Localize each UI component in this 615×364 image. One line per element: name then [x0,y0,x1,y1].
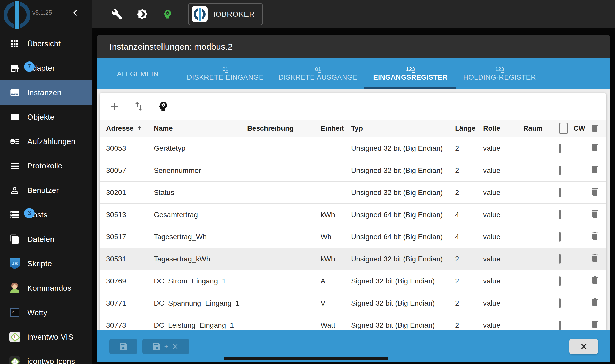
close-dialog-button[interactable] [569,339,598,354]
brightness-icon[interactable] [136,8,148,20]
cell-typ: Signed 32 bit (Big Endian) [351,321,455,330]
column-header-rolle: Rolle [483,125,523,132]
column-header-laenge: Länge [455,125,483,132]
sidebar-item-instanzen[interactable]: Instanzen [0,80,92,105]
registers-card: Adresse Name Beschreibung Einheit Typ Lä… [100,93,606,330]
cell-einheit: kWh [321,255,351,263]
column-header-delete [590,123,606,134]
instances-icon [9,87,20,98]
row-checkbox[interactable] [559,188,561,197]
table-row[interactable]: 30769 DC_Strom_Eingang_1 A Signed 32 bit… [100,270,606,292]
save-and-close-button[interactable]: + [142,339,189,354]
cell-name: Tagesertrag_kWh [154,255,247,263]
delete-all-icon[interactable] [590,123,600,134]
tab-label: ALLGEMEIN [117,70,159,78]
delete-row-icon[interactable] [590,168,600,176]
sidebar-item-wetty[interactable]: >_ Wetty [0,300,92,325]
cell-laenge: 2 [455,321,483,330]
sidebar-item-objekte[interactable]: Objekte [0,105,92,129]
table-row[interactable]: 30201 Status Unsigned 32 bit (Big Endian… [100,182,606,204]
expert-mode-icon[interactable] [161,8,174,20]
horizontal-scrollbar-thumb[interactable] [224,357,388,360]
table-row[interactable]: 30773 DC_Leistung_Eingang_1 Watt Signed … [100,314,606,330]
sidebar-item-benutzer[interactable]: Benutzer [0,178,92,202]
delete-row-icon[interactable] [590,279,600,287]
cell-typ: Unsigned 64 bit (Big Endian) [351,211,455,219]
cell-typ: Unsigned 64 bit (Big Endian) [351,233,455,241]
grid-icon [9,38,20,49]
delete-row-icon[interactable] [590,235,600,243]
cw-label: CW [574,125,585,132]
row-checkbox[interactable] [559,276,561,286]
table-row[interactable]: 30531 Tagesertrag_kWh kWh Unsigned 32 bi… [100,248,606,270]
delete-row-icon[interactable] [590,257,600,265]
table-row[interactable]: 30513 Gesamtertrag kWh Unsigned 64 bit (… [100,204,606,226]
cell-adresse: 30513 [100,211,154,219]
table-row[interactable]: 30517 Tagesertrag_Wh Wh Unsigned 64 bit … [100,226,606,248]
tab-diskrete-eingaenge[interactable]: 01DISKRETE EINGÄNGE [180,58,270,89]
column-header-adresse[interactable]: Adresse [100,125,154,132]
expert-mode-toggle-icon[interactable] [157,100,169,112]
sidebar-item-skripte[interactable]: JS Skripte [0,251,92,276]
iobroker-brand-button[interactable]: IOBROKER [188,3,263,25]
delete-row-icon[interactable] [590,301,600,309]
row-checkbox[interactable] [559,254,561,264]
row-checkbox[interactable] [559,298,561,308]
cell-laenge: 2 [455,299,483,307]
sidebar-item-label: Protokolle [27,162,62,170]
cell-rolle: value [483,255,523,263]
delete-row-icon[interactable] [590,190,600,198]
sidebar-item-hosts[interactable]: 3 Hosts [0,202,92,227]
cell-name: Seriennummer [154,166,247,175]
sidebar-item-label: Aufzählungen [27,137,75,146]
table-row[interactable]: 30053 Gerätetyp Unsigned 32 bit (Big End… [100,137,606,159]
delete-row-icon[interactable] [590,146,600,154]
tab-label: EINGANGSREGISTER [373,74,447,82]
tab-holding-register[interactable]: 123HOLDING-REGISTER [457,58,542,89]
cell-name: Gesamtertrag [154,211,247,219]
wrench-icon[interactable] [111,8,123,20]
collapse-sidebar-icon[interactable] [69,7,81,19]
table-row[interactable]: 30057 Seriennummer Unsigned 32 bit (Big … [100,159,606,182]
row-checkbox[interactable] [559,166,561,175]
sidebar-item-uebersicht[interactable]: Übersicht [0,31,92,56]
tab-allgemein[interactable]: ALLGEMEIN [112,58,164,89]
save-button[interactable] [109,339,137,354]
row-checkbox[interactable] [559,210,561,219]
delete-row-icon[interactable] [590,212,600,220]
tab-diskrete-ausgaenge[interactable]: 01DISKRETE AUSGÄNGE [273,58,363,89]
sidebar-item-adapter[interactable]: 7 Adapter [0,56,92,80]
sidebar-item-label: Übersicht [27,39,61,48]
sidebar-item-protokolle[interactable]: Protokolle [0,154,92,178]
tab-eingangsregister[interactable]: 123EINGANGSREGISTER [364,58,456,89]
cell-name: Tagesertrag_Wh [154,233,247,241]
cell-laenge: 4 [455,233,483,241]
tab-label: DISKRETE EINGÄNGE [187,74,264,82]
sidebar-item-label: Kommandos [27,284,71,292]
delete-row-icon[interactable] [590,323,600,330]
sidebar-item-aufzaehlungen[interactable]: Aufzählungen [0,129,92,154]
select-all-checkbox[interactable] [559,123,568,134]
tab-count: 123 [495,66,504,73]
row-checkbox[interactable] [559,232,561,242]
sidebar: v5.1.25 Übersicht 7 Adapter Instanzen Ob… [0,0,92,364]
sidebar-item-inventwo-vis[interactable]: i inventwo VIS [0,325,92,349]
column-header-einheit: Einheit [321,125,351,132]
icons-icon: ii [9,356,20,364]
cell-typ: Unsigned 32 bit (Big Endian) [351,189,455,197]
cell-laenge: 2 [455,255,483,263]
import-export-icon[interactable] [133,100,145,112]
cell-adresse: 30771 [100,299,154,307]
row-checkbox[interactable] [559,144,561,153]
sidebar-item-icontwo-icons[interactable]: ii icontwo Icons [0,349,92,364]
add-register-icon[interactable] [109,100,121,112]
sidebar-item-label: Dateien [27,235,55,244]
sidebar-item-kommandos[interactable]: Kommandos [0,276,92,300]
sidebar-nav: Übersicht 7 Adapter Instanzen Objekte Au… [0,31,92,364]
row-checkbox[interactable] [559,321,561,330]
cell-laenge: 4 [455,211,483,219]
table-row[interactable]: 30771 DC_Spannung_Eingang_1 V Signed 32 … [100,292,606,314]
sidebar-item-dateien[interactable]: Dateien [0,227,92,251]
instance-settings-dialog: Instanzeinstellungen: modbus.2 ALLGEMEIN… [97,35,610,362]
cell-laenge: 2 [455,166,483,175]
